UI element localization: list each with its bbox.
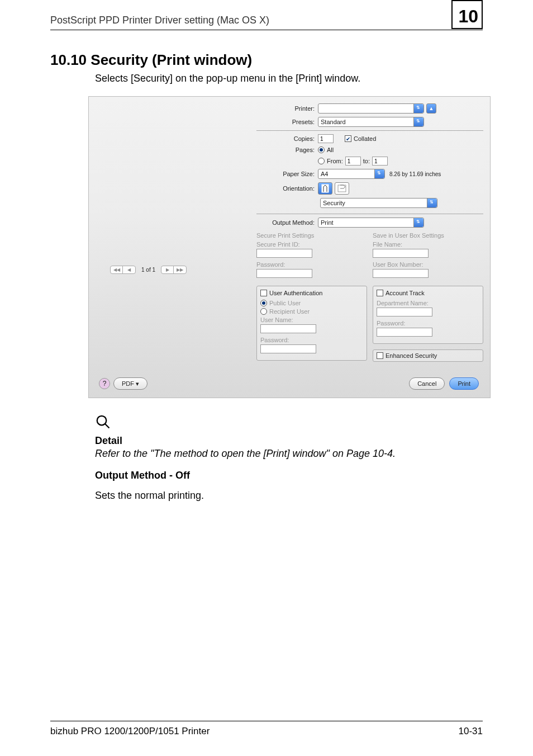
output-method-label: Output Method: [256, 219, 318, 226]
panel-menu-select[interactable]: Security [320, 198, 437, 208]
output-method-value: Print [321, 219, 334, 226]
user-auth-title: User Authentication [269, 290, 322, 296]
detail-body: Refer to the "The method to open the [Pr… [95, 448, 396, 460]
copies-label: Copies: [256, 135, 318, 142]
pages-from-radio[interactable] [318, 158, 325, 164]
printer-info-button[interactable]: ▲ [426, 103, 436, 114]
department-name-input [377, 308, 432, 316]
user-name-label: User Name: [260, 316, 293, 323]
pages-to-label: to: [363, 158, 370, 164]
printer-select[interactable] [318, 103, 424, 114]
collated-checkbox[interactable]: ✔ [345, 135, 351, 142]
secure-print-group: Secure Print Settings Secure Print ID: P… [256, 232, 367, 281]
breadcrumb: PostScript PPD Printer Driver setting (M… [50, 15, 269, 26]
recipient-user-radio [260, 308, 267, 315]
print-button[interactable]: Print [449, 377, 479, 390]
save-userbox-group: Save in User Box Settings File Name: Use… [373, 232, 483, 281]
preview-pane: ◀◀◀ 1 of 1 ▶▶▶ [93, 103, 250, 358]
user-name-input [260, 324, 316, 333]
copies-input[interactable] [318, 134, 334, 143]
recipient-user-label: Recipient User [269, 308, 310, 315]
account-track-title: Account Track [386, 290, 425, 296]
enhanced-security-checkbox[interactable] [377, 352, 383, 359]
pages-from-input[interactable] [345, 157, 361, 166]
svg-point-2 [97, 416, 107, 426]
public-user-label: Public User [269, 300, 301, 306]
next-buttons[interactable]: ▶▶▶ [161, 266, 187, 274]
orientation-portrait-icon[interactable] [318, 182, 332, 195]
pages-all-radio[interactable] [318, 147, 325, 153]
chapter-number: 10 [458, 6, 478, 27]
magnifier-icon [95, 423, 112, 432]
enhanced-security-panel: Enhanced Security [373, 349, 483, 362]
presets-value: Standard [321, 119, 346, 125]
page-indicator: 1 of 1 [141, 267, 155, 273]
section-heading: 10.10 Security (Print window) [50, 51, 252, 69]
papersize-label: Paper Size: [256, 171, 318, 177]
auth-password-label: Password: [260, 337, 289, 343]
secure-print-id-input [256, 249, 312, 258]
user-auth-checkbox[interactable] [260, 290, 267, 296]
presets-select[interactable]: Standard [318, 117, 424, 127]
chapter-box: 10 [451, 0, 483, 29]
print-dialog-screenshot: ◀◀◀ 1 of 1 ▶▶▶ Printer: ▲ Presets: Stand… [88, 96, 491, 398]
secure-password-label: Password: [256, 261, 285, 268]
file-name-label: File Name: [373, 241, 402, 248]
presets-label: Presets: [256, 119, 318, 125]
cancel-button[interactable]: Cancel [409, 377, 445, 390]
printer-label: Printer: [256, 105, 318, 112]
subsection-body: Sets the normal printing. [95, 490, 204, 502]
user-box-number-label: User Box Number: [373, 261, 423, 268]
prev-buttons[interactable]: ◀◀◀ [110, 266, 136, 274]
account-track-checkbox[interactable] [377, 290, 383, 296]
help-icon[interactable]: ? [99, 378, 110, 389]
collated-label: Collated [354, 135, 376, 142]
secure-password-input [256, 269, 312, 278]
auth-password-input [260, 344, 316, 353]
papersize-value: A4 [321, 171, 328, 177]
subsection-heading: Output Method - Off [95, 470, 190, 481]
user-auth-panel: User Authentication Public User Recipien… [256, 286, 367, 361]
papersize-dims: 8.26 by 11.69 inches [389, 171, 441, 177]
panel-menu-value: Security [323, 200, 345, 206]
orientation-landscape-icon[interactable] [335, 182, 349, 195]
orientation-label: Orientation: [256, 185, 318, 192]
account-password-input [377, 328, 432, 337]
footer-left: bizhub PRO 1200/1200P/1051 Printer [50, 726, 210, 737]
svg-line-3 [105, 424, 110, 428]
account-track-panel: Account Track Department Name: Password: [373, 286, 483, 344]
user-box-number-input [373, 269, 429, 278]
output-method-select[interactable]: Print [318, 218, 424, 228]
public-user-radio [260, 300, 267, 306]
account-password-label: Password: [377, 320, 405, 327]
pages-to-input[interactable] [372, 157, 388, 166]
pages-from-label: From: [327, 158, 343, 164]
papersize-select[interactable]: A4 [318, 169, 385, 179]
pdf-button[interactable]: PDF ▾ [113, 377, 147, 390]
save-userbox-title: Save in User Box Settings [373, 232, 483, 239]
department-name-label: Department Name: [377, 300, 429, 306]
pages-label: Pages: [256, 147, 318, 153]
secure-print-title: Secure Print Settings [256, 232, 367, 239]
svg-rect-0 [322, 185, 329, 192]
footer-right: 10-31 [459, 726, 483, 737]
preview-nav: ◀◀◀ 1 of 1 ▶▶▶ [110, 266, 187, 274]
detail-heading: Detail [95, 435, 122, 447]
section-subtitle: Selects [Security] on the pop-up menu in… [95, 73, 360, 84]
pages-all-label: All [327, 147, 334, 153]
secure-print-id-label: Secure Print ID: [256, 241, 300, 248]
enhanced-security-label: Enhanced Security [386, 352, 437, 359]
file-name-input [373, 249, 429, 258]
